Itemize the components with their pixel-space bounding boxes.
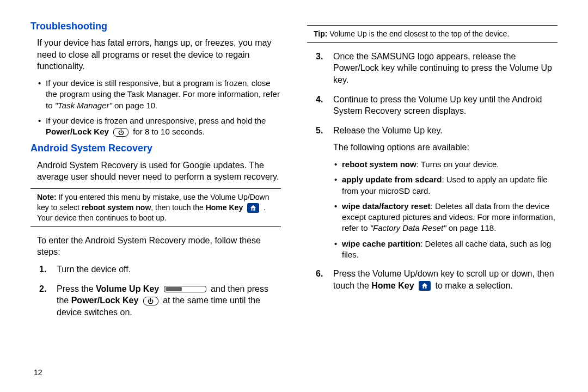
bullet-power-lock: If your device is frozen and unresponsiv… (30, 115, 281, 138)
step-2: 2. Press the Volume Up Key and then pres… (30, 283, 281, 318)
right-column: Tip: Volume Up is the end closest to the… (307, 20, 558, 326)
heading-troubleshooting: Troubleshooting (30, 20, 281, 33)
heading-android-recovery: Android System Recovery (30, 142, 281, 155)
troubleshoot-bullets: If your device is still responsive, but … (30, 78, 281, 137)
xref-factory-reset[interactable]: "Factory Data Reset" (370, 223, 446, 232)
bullet-task-manager: If your device is still responsive, but … (30, 78, 281, 111)
tip-box: Tip: Volume Up is the end closest to the… (307, 25, 558, 43)
volume-up-key-icon (164, 286, 206, 292)
home-key-icon (419, 281, 431, 291)
power-lock-key-icon (143, 297, 158, 305)
opt-wipe-cache: wipe cache partition: Deletes all cache … (327, 238, 558, 261)
left-column: Troubleshooting If your device has fatal… (30, 20, 281, 326)
note-label: Note: (37, 193, 57, 201)
enter-mode-intro: To enter the Android System Recovery mod… (37, 235, 281, 258)
opt-reboot: reboot system now: Turns on your device. (327, 159, 558, 170)
tip-label: Tip: (314, 29, 327, 38)
following-options: The following options are available: (333, 142, 558, 154)
power-lock-key-icon (113, 128, 128, 137)
page-number: 12 (34, 367, 42, 378)
step-6: 6. Press the Volume Up/down key to scrol… (307, 268, 558, 291)
home-key-icon (247, 203, 259, 213)
xref-task-manager[interactable]: "Task Manager" (55, 101, 112, 110)
recovery-options: reboot system now: Turns on your device.… (327, 159, 558, 260)
step-3: 3. Once the SAMSUNG logo appears, releas… (307, 51, 558, 86)
step-4: 4. Continue to press the Volume Up key u… (307, 94, 558, 117)
step-1: 1. Turn the device off. (30, 264, 281, 275)
svg-rect-0 (424, 287, 425, 289)
steps-right: 3. Once the SAMSUNG logo appears, releas… (307, 51, 558, 291)
troubleshoot-intro: If your device has fatal errors, hangs u… (37, 37, 281, 72)
note-box: Note: If you entered this menu by mistak… (30, 188, 281, 227)
step-5: 5. Release the Volume Up key. The follow… (307, 125, 558, 260)
manual-page: Troubleshooting If your device has fatal… (0, 0, 588, 326)
opt-wipe-data: wipe data/factory reset: Deletes all dat… (327, 201, 558, 234)
recovery-intro: Android System Recovery is used for Goog… (37, 160, 281, 183)
opt-apply-update: apply update from sdcard: Used to apply … (327, 174, 558, 197)
steps-left: 1. Turn the device off. 2. Press the Vol… (30, 264, 281, 318)
